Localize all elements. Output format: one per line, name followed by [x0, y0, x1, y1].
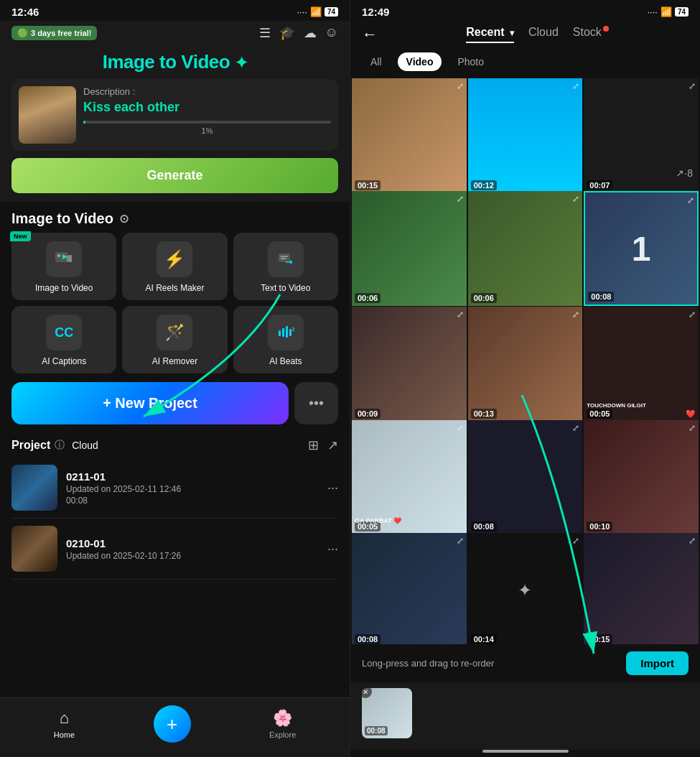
- grid-view-icon[interactable]: ⊞: [308, 437, 319, 453]
- tool-icon-box-3: [268, 241, 304, 277]
- tool-image-to-video[interactable]: New Image to Video: [11, 233, 116, 300]
- tool-grid: New Image to Video ⚡ AI Reels Maker Text…: [0, 233, 350, 379]
- video-thumb-9[interactable]: 00:05 ⤢ TOUCHDOWN GILGIT ❤️: [584, 307, 699, 422]
- expand-icon-5: ⤢: [572, 194, 579, 204]
- video-thumb-13[interactable]: 00:08 ⤢: [352, 533, 467, 644]
- graduation-icon[interactable]: 🎓: [279, 25, 295, 41]
- project-item-2[interactable]: 0210-01 Updated on 2025-02-10 17:26 ···: [11, 519, 338, 580]
- hero-section: Image to Video ✦ Description : Kiss each…: [0, 45, 350, 202]
- video-duration-11: 00:08: [471, 521, 497, 531]
- project-item-1[interactable]: 0211-01 Updated on 2025-02-11 12:46 00:0…: [11, 458, 338, 519]
- menu-icon[interactable]: ☰: [259, 25, 271, 41]
- preview-item-1[interactable]: ✕ 00:08: [362, 688, 412, 738]
- expand-icon-8: ⤢: [572, 310, 579, 320]
- video-duration-1: 00:15: [355, 180, 381, 190]
- import-button[interactable]: Import: [626, 651, 689, 675]
- project-more-2[interactable]: ···: [327, 542, 338, 557]
- video-thumb-8[interactable]: 00:13 ⤢: [468, 307, 583, 422]
- cloud-label: Cloud: [72, 440, 98, 451]
- explore-icon: 🌸: [273, 709, 292, 728]
- hero-title-plus: ✦: [235, 54, 248, 72]
- hero-desc: Description : Kiss each other 1%: [83, 86, 331, 135]
- top-banner: 🟢 3 days free trial! ☰ 🎓 ☁ ☺: [0, 21, 350, 45]
- tab-stock[interactable]: Stock: [573, 26, 609, 43]
- video-thumb-3[interactable]: 00:07 ⤢ ↗·8: [584, 78, 699, 193]
- project-name-2: 0210-01: [66, 537, 319, 549]
- video-thumb-11[interactable]: 00:08 ⤢: [468, 420, 583, 535]
- nav-tabs-right: Recent ▾ Cloud Stock: [386, 26, 689, 43]
- preview-close-1[interactable]: ✕: [362, 688, 372, 698]
- project-duration-1: 00:08: [66, 496, 319, 506]
- tool-label-2: AI Reels Maker: [145, 283, 204, 293]
- preview-strip: ✕ 00:08: [350, 682, 700, 750]
- project-thumb-2: [11, 526, 57, 572]
- progress-bar-container: [83, 121, 331, 124]
- trial-badge[interactable]: 🟢 3 days free trial!: [11, 26, 97, 40]
- filter-all[interactable]: All: [362, 52, 391, 71]
- status-icons-left: ···· 📶 74: [297, 6, 338, 17]
- tab-cloud[interactable]: Cloud: [528, 26, 559, 43]
- video-thumb-15[interactable]: 00:15 ⤢: [584, 533, 699, 644]
- tool-ai-captions[interactable]: CC AI Captions: [11, 306, 116, 373]
- filter-photo[interactable]: Photo: [449, 52, 493, 71]
- stock-dot: [603, 26, 609, 32]
- video-thumb-5[interactable]: 00:06 ⤢: [468, 191, 583, 306]
- action-row: + New Project •••: [0, 379, 350, 432]
- tool-icon-box-5: 🪄: [157, 315, 192, 350]
- expand-icon-4: ⤢: [457, 194, 464, 204]
- section-title-icon: ⊙: [119, 212, 129, 226]
- tool-ai-reels[interactable]: ⚡ AI Reels Maker: [122, 233, 227, 300]
- expand-icon-11: ⤢: [572, 423, 579, 433]
- video-duration-13: 00:08: [355, 634, 381, 644]
- nav-explore[interactable]: 🌸 Explore: [269, 709, 296, 739]
- filter-video[interactable]: Video: [398, 52, 442, 71]
- expand-icon-14: ⤢: [572, 536, 579, 546]
- expand-icon-9: ⤢: [689, 310, 696, 320]
- share-icon[interactable]: ↗: [327, 437, 338, 453]
- project-title: Project: [11, 439, 50, 452]
- video-thumb-6[interactable]: 1 00:08 ⤢: [584, 191, 699, 306]
- nav-home[interactable]: ⌂ Home: [54, 709, 75, 739]
- wifi-icon-right: 📶: [661, 6, 672, 17]
- tab-recent-label: Recent: [466, 26, 504, 38]
- status-bar-left: 12:46 ···· 📶 74: [0, 0, 350, 21]
- video-duration-5: 00:06: [471, 293, 497, 303]
- captions-icon: CC: [55, 325, 73, 340]
- filter-row: All Video Photo: [350, 48, 700, 78]
- face-icon[interactable]: ☺: [325, 25, 338, 41]
- expand-icon-7: ⤢: [457, 310, 464, 320]
- cloud-icon-banner[interactable]: ☁: [304, 25, 317, 41]
- video-thumb-2[interactable]: 00:12 ⤢: [468, 78, 583, 193]
- video-thumb-4[interactable]: 00:06 ⤢: [352, 191, 467, 306]
- tool-ai-remover[interactable]: 🪄 AI Remover: [122, 306, 227, 373]
- tool-icon-box-4: CC: [46, 315, 82, 350]
- generate-button[interactable]: Generate: [11, 158, 338, 193]
- project-more-1[interactable]: ···: [327, 480, 338, 496]
- tool-label-4: AI Captions: [42, 356, 86, 366]
- tool-label-5: AI Remover: [152, 356, 197, 366]
- project-date-1: Updated on 2025-02-11 12:46: [66, 484, 319, 494]
- trial-badge-icon: 🟢: [17, 28, 28, 38]
- video-thumb-14[interactable]: ✦ 00:14 ⤢: [468, 533, 583, 644]
- video-thumb-1[interactable]: 00:15 ⤢: [352, 78, 467, 193]
- status-bar-right: 12:49 ···· 📶 74: [350, 0, 700, 21]
- video-thumb-12[interactable]: 00:10 ⤢: [584, 420, 699, 535]
- back-button[interactable]: ←: [362, 25, 378, 44]
- nav-plus-button[interactable]: +: [154, 705, 191, 743]
- tool-text-to-video[interactable]: Text to Video: [233, 233, 338, 300]
- hero-title: Image to Video ✦: [11, 45, 338, 79]
- more-button[interactable]: •••: [294, 382, 338, 424]
- svg-rect-5: [279, 254, 290, 262]
- tab-recent[interactable]: Recent ▾: [466, 26, 514, 43]
- hero-title-text: Image to Video: [103, 51, 230, 73]
- tool-ai-beats[interactable]: AI Beats: [233, 306, 338, 373]
- expand-icon-6: ⤢: [687, 195, 694, 205]
- video-thumb-10[interactable]: 00:05 ⤢ GA PARBAT ❤️: [352, 420, 467, 535]
- video-thumb-7[interactable]: 00:09 ⤢: [352, 307, 467, 422]
- expand-icon-12: ⤢: [689, 423, 696, 433]
- expand-icon-15: ⤢: [689, 536, 696, 546]
- video-grid: 00:15 ⤢ 00:12 ⤢ 00:07 ⤢ ↗·8 00:06 ⤢ 00:0…: [350, 78, 700, 644]
- trial-text: 3 days free trial!: [31, 29, 91, 37]
- new-project-button[interactable]: + New Project: [11, 382, 289, 424]
- drag-hint: Long-press and drag to re-order: [362, 658, 494, 669]
